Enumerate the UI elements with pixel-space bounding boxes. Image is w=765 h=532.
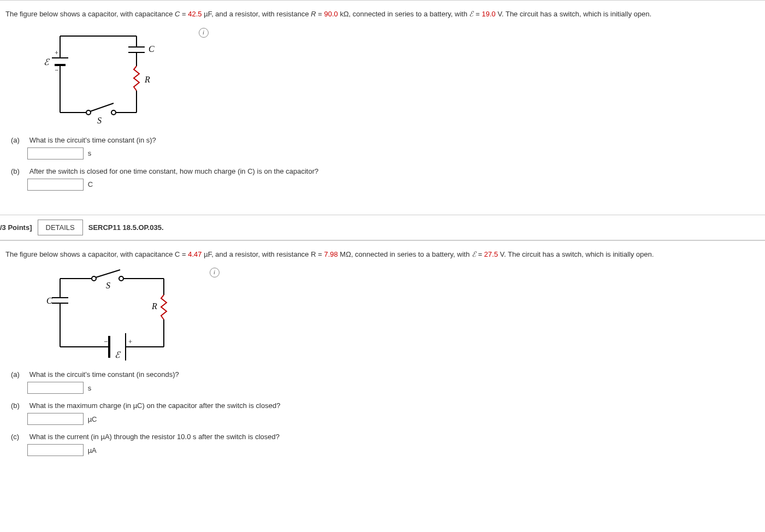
svg-text:+: +	[55, 49, 58, 57]
problem-2: The figure below shows a capacitor, with…	[0, 240, 765, 481]
circuit-diagram-1: + − ℰ C R S	[27, 28, 180, 126]
problem-1: The figure below shows a capacitor, with…	[0, 0, 765, 215]
unit-label: C	[88, 180, 93, 188]
problem-2-figure: C S R − + ℰ i	[27, 268, 760, 362]
source-label: SERCP11 18.5.OP.035.	[88, 223, 164, 232]
part-label: (b)	[11, 401, 27, 410]
part-text: What is the circuit's time constant (in …	[29, 370, 756, 379]
svg-text:−: −	[55, 66, 58, 74]
svg-line-14	[90, 103, 114, 111]
svg-text:+: +	[128, 338, 132, 346]
svg-text:S: S	[106, 281, 110, 290]
part-label: (b)	[11, 167, 27, 175]
part-text: What is the circuit's time constant (in …	[29, 136, 756, 144]
info-icon[interactable]: i	[199, 28, 209, 38]
problem-2-statement: The figure below shows a capacitor, with…	[5, 249, 760, 260]
svg-text:S: S	[97, 116, 102, 125]
svg-text:R: R	[151, 302, 157, 311]
q1-part-a: (a) What is the circuit's time constant …	[11, 136, 760, 159]
points-label: /3 Points]	[0, 223, 32, 232]
svg-point-34	[119, 276, 123, 281]
problem-1-statement: The figure below shows a capacitor, with…	[5, 9, 760, 20]
info-icon[interactable]: i	[210, 268, 220, 277]
svg-point-13	[111, 110, 116, 115]
svg-text:−: −	[104, 338, 108, 346]
q2-part-c: (c) What is the current (in µA) through …	[11, 433, 760, 456]
svg-text:C: C	[149, 44, 155, 54]
q2-part-b: (b) What is the maximum charge (in µC) o…	[11, 401, 760, 425]
unit-label: µC	[88, 415, 97, 423]
part-label: (a)	[11, 136, 27, 144]
svg-text:ℰ: ℰ	[44, 57, 50, 67]
q1-b-input[interactable]	[27, 179, 84, 191]
svg-text:R: R	[144, 75, 150, 84]
circuit-diagram-2: C S R − + ℰ	[27, 268, 191, 360]
q1-a-input[interactable]	[27, 147, 84, 159]
part-text: After the switch is closed for one time …	[29, 167, 756, 175]
q2-c-input[interactable]	[27, 444, 84, 456]
svg-text:C: C	[46, 296, 52, 305]
part-text: What is the maximum charge (in µC) on th…	[29, 401, 756, 410]
unit-label: µA	[88, 446, 97, 454]
problem-1-figure: + − ℰ C R S i	[27, 28, 760, 128]
question-header: /3 Points] DETAILS SERCP11 18.5.OP.035.	[0, 215, 765, 240]
q2-part-a: (a) What is the circuit's time constant …	[11, 370, 760, 394]
q2-b-input[interactable]	[27, 413, 84, 425]
part-label: (c)	[11, 433, 27, 441]
q2-a-input[interactable]	[27, 382, 84, 394]
svg-text:ℰ: ℰ	[115, 350, 121, 359]
details-button[interactable]: DETAILS	[38, 220, 83, 235]
unit-label: s	[88, 384, 92, 392]
svg-line-35	[96, 270, 120, 277]
unit-label: s	[88, 149, 92, 157]
part-label: (a)	[11, 370, 27, 379]
q1-part-b: (b) After the switch is closed for one t…	[11, 167, 760, 191]
part-text: What is the current (in µA) through the …	[29, 433, 756, 441]
